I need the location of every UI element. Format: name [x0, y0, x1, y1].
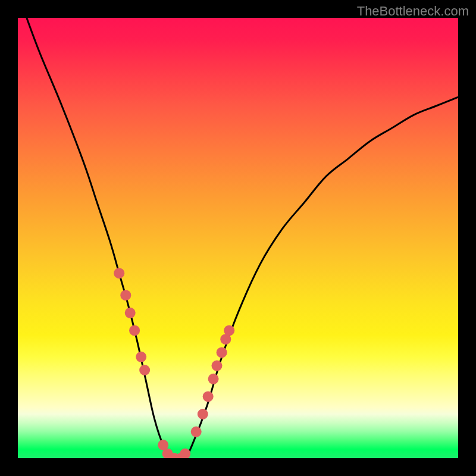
data-marker: [217, 347, 227, 358]
data-marker: [203, 391, 214, 402]
data-marker: [211, 361, 222, 371]
data-marker: [208, 374, 219, 384]
data-markers: [114, 268, 234, 458]
data-marker: [191, 427, 202, 437]
chart-svg: [18, 18, 458, 458]
data-marker: [136, 352, 146, 362]
data-marker: [180, 449, 190, 458]
data-marker: [224, 325, 234, 336]
data-marker: [139, 365, 150, 375]
data-marker: [129, 325, 140, 336]
curve-path: [27, 18, 458, 458]
bottleneck-curve-line: [27, 18, 458, 458]
watermark-text: TheBottleneck.com: [357, 4, 469, 19]
data-marker: [198, 409, 208, 419]
data-marker: [114, 268, 124, 278]
data-marker: [125, 308, 136, 318]
data-marker: [120, 290, 131, 300]
